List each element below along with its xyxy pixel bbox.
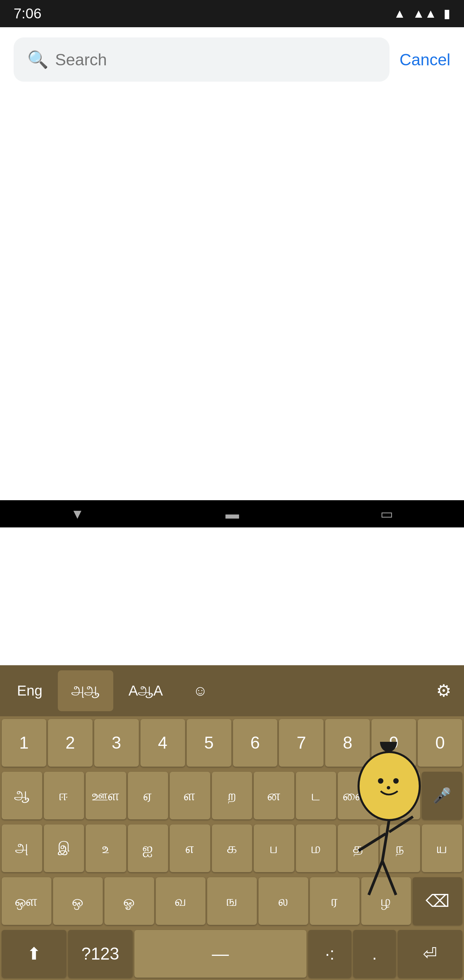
battery-icon: ▮ <box>443 6 450 21</box>
cancel-button[interactable]: Cancel <box>400 50 450 69</box>
key-1[interactable]: 1 <box>2 719 46 767</box>
nav-keyboard[interactable]: ▭ <box>380 506 393 522</box>
key-4[interactable]: 4 <box>140 719 185 767</box>
key-va[interactable]: வ <box>156 877 205 925</box>
tab-mixed[interactable]: AஆA <box>115 670 176 711</box>
status-icons: ▲ ▲▲ ▮ <box>394 6 450 21</box>
nav-bar: ▼ ▬ ▭ <box>0 500 464 527</box>
key-na[interactable]: ன <box>254 772 294 819</box>
bottom-row: ⬆ ?123 — ·: . ⏎ <box>0 927 464 980</box>
main-content <box>0 92 464 500</box>
tab-emoji[interactable]: ☺ <box>178 670 222 711</box>
lang-tabs: Eng அஆ AஆA ☺ ⚙ <box>0 665 464 716</box>
signal-icon: ▲▲ <box>413 6 437 21</box>
key-2[interactable]: 2 <box>48 719 92 767</box>
key-7[interactable]: 7 <box>279 719 324 767</box>
numbers-key[interactable]: ?123 <box>68 930 133 978</box>
tab-tamil[interactable]: அஆ <box>58 670 113 711</box>
key-u[interactable]: உ <box>86 824 126 872</box>
key-ta[interactable]: ட <box>296 772 337 819</box>
key-la2[interactable]: ல <box>259 877 308 925</box>
key-uu[interactable]: ஊள <box>86 772 126 819</box>
key-8[interactable]: 8 <box>325 719 370 767</box>
key-rra[interactable]: ர <box>310 877 359 925</box>
wifi-icon: ▲ <box>394 6 406 21</box>
key-0[interactable]: 0 <box>418 719 462 767</box>
status-time: 7:06 <box>14 5 41 22</box>
key-aa[interactable]: ஆ <box>2 772 42 819</box>
search-area: 🔍 Cancel <box>0 27 464 92</box>
tamil-row4: ஒள ஒ ஓ வ ங ல ர ழ ⌫ <box>0 875 464 927</box>
number-row: 1 2 3 4 5 6 7 8 9 0 <box>0 716 464 769</box>
tamil-row2: ஆ ஈ ஊள ஏ ள ற ன ட ணை ச 🎤 <box>0 769 464 822</box>
key-e[interactable]: ஏ <box>128 772 168 819</box>
key-nha[interactable]: ந <box>380 824 421 872</box>
period-key[interactable]: . <box>353 930 396 978</box>
key-tha[interactable]: த <box>338 824 378 872</box>
key-5[interactable]: 5 <box>187 719 231 767</box>
key-ka[interactable]: க <box>212 824 253 872</box>
key-ai[interactable]: ஐ <box>128 824 168 872</box>
enter-key[interactable]: ⏎ <box>398 930 462 978</box>
key-ra[interactable]: ற <box>212 772 253 819</box>
tab-eng[interactable]: Eng <box>3 670 56 711</box>
key-nga[interactable]: ங <box>207 877 257 925</box>
tamil-row3: அ இ உ ஐ எ க ப ம த ந ய <box>0 822 464 875</box>
key-ey[interactable]: எ <box>170 824 210 872</box>
key-zha[interactable]: ழ <box>361 877 411 925</box>
backspace-key[interactable]: ⌫ <box>413 877 462 925</box>
key-ou[interactable]: ஒள <box>2 877 51 925</box>
key-oo[interactable]: ஓ <box>105 877 154 925</box>
key-la[interactable]: ள <box>170 772 210 819</box>
colon-key[interactable]: ·: <box>308 930 351 978</box>
keyboard: Eng அஆ AஆA ☺ ⚙ 1 2 3 4 5 6 7 8 9 0 ஆ ஈ ஊ… <box>0 665 464 980</box>
key-3[interactable]: 3 <box>94 719 139 767</box>
key-ii[interactable]: ஈ <box>44 772 84 819</box>
voice-key[interactable]: 🎤 <box>422 772 462 819</box>
settings-icon[interactable]: ⚙ <box>427 674 461 708</box>
status-bar: 7:06 ▲ ▲▲ ▮ <box>0 0 464 27</box>
key-ya[interactable]: ய <box>422 824 462 872</box>
key-i[interactable]: இ <box>44 824 84 872</box>
key-9[interactable]: 9 <box>372 719 416 767</box>
key-pa[interactable]: ப <box>254 824 294 872</box>
search-icon: 🔍 <box>27 50 48 69</box>
key-nna[interactable]: ணை <box>338 772 378 819</box>
key-6[interactable]: 6 <box>233 719 278 767</box>
space-key[interactable]: — <box>134 930 307 978</box>
key-ma[interactable]: ம <box>296 824 337 872</box>
nav-back[interactable]: ▼ <box>71 506 84 522</box>
search-input[interactable] <box>55 50 376 69</box>
nav-home[interactable]: ▬ <box>226 506 239 522</box>
key-ca[interactable]: ச <box>380 772 421 819</box>
shift-key[interactable]: ⬆ <box>2 930 66 978</box>
search-box[interactable]: 🔍 <box>14 37 389 82</box>
key-a[interactable]: அ <box>2 824 42 872</box>
key-o[interactable]: ஒ <box>53 877 103 925</box>
